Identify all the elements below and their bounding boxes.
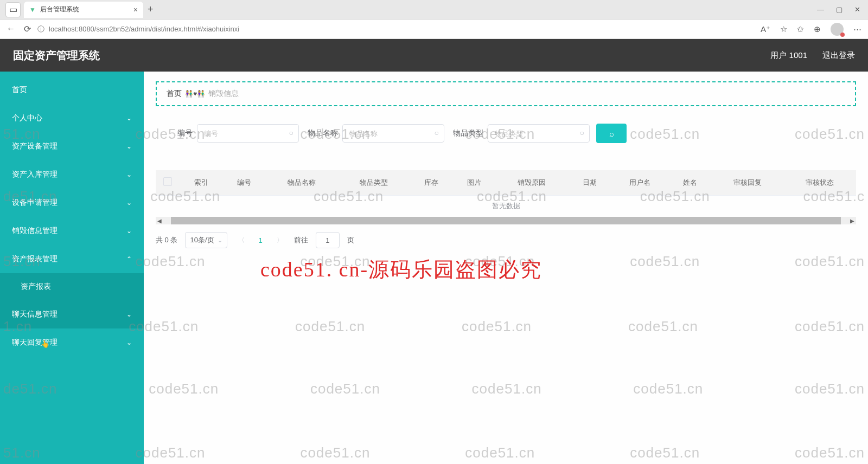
sidebar-item-chat-reply[interactable]: 聊天回复管理⌄	[0, 328, 144, 357]
breadcrumb-container: 首页 👫♥👫 销毁信息	[156, 81, 856, 106]
page-current[interactable]: 1	[256, 236, 266, 244]
sidebar-item-destroy-info[interactable]: 销毁信息管理⌄	[0, 217, 144, 245]
sidebar-subitem-asset-report[interactable]: 资产报表	[0, 273, 144, 300]
page-jump-prefix: 前往	[294, 235, 308, 245]
scroll-right-icon[interactable]: ▶	[848, 218, 856, 224]
table-column-header: 编号	[222, 170, 265, 195]
chevron-down-icon: ⌄	[126, 311, 132, 318]
chevron-down-icon: ⌄	[126, 171, 132, 178]
sidebar-item-asset-report[interactable]: 资产报表管理⌃	[0, 245, 144, 273]
page-size-select[interactable]: 10条/页 ⌄	[185, 232, 227, 248]
chevron-down-icon: ⌄	[126, 114, 132, 122]
favorites-icon[interactable]: ✩	[797, 24, 804, 34]
table-column-header: 销毁原因	[496, 170, 568, 195]
search-input-name[interactable]	[342, 124, 444, 143]
chevron-down-icon: ⌄	[126, 339, 132, 346]
url-text[interactable]: localhost:8080/ssm2bn52/admin/dist/index…	[49, 25, 239, 33]
main-content: 首页 👫♥👫 销毁信息 编号 ○ 物品名称 ○ 物品类型 ○	[144, 72, 868, 464]
tts-icon[interactable]: A⁺	[761, 24, 770, 34]
table-column-header: 物品类型	[337, 170, 410, 195]
chevron-down-icon: ⌄	[126, 199, 132, 207]
page-jump-suffix: 页	[347, 235, 354, 245]
close-tab-icon[interactable]: ×	[133, 5, 138, 14]
horizontal-scrollbar[interactable]: ◀ ▶	[156, 217, 856, 224]
breadcrumb-separator-icon: 👫♥👫	[185, 90, 205, 98]
cursor-pointer-icon: 👆	[41, 340, 49, 348]
profile-avatar[interactable]	[831, 23, 844, 36]
table-empty-row: 暂无数据	[156, 195, 856, 217]
sidebar-item-home[interactable]: 首页	[0, 76, 144, 104]
collections-icon[interactable]: ⊕	[814, 24, 821, 34]
table-column-header: 图片	[453, 170, 496, 195]
more-icon[interactable]: ⋯	[853, 24, 861, 34]
chevron-up-icon: ⌃	[126, 255, 132, 263]
site-info-icon[interactable]: ⓘ	[37, 24, 44, 34]
search-label-code: 编号	[160, 128, 193, 138]
page-next[interactable]: 〉	[273, 236, 286, 245]
close-window-icon[interactable]: ✕	[854, 5, 860, 14]
sidebar-item-chat-info[interactable]: 聊天信息管理⌄	[0, 300, 144, 328]
sidebar-item-asset-device[interactable]: 资产设备管理⌄	[0, 132, 144, 160]
table-column-header: 物品名称	[265, 170, 337, 195]
new-tab-button[interactable]: +	[148, 4, 154, 15]
chevron-down-icon: ⌄	[126, 227, 132, 235]
table-column-header: 用户名	[611, 170, 668, 195]
vue-favicon-icon: ▼	[29, 6, 36, 14]
user-label[interactable]: 用户 1001	[770, 50, 807, 61]
browser-tab[interactable]: ▼ 后台管理系统 ×	[24, 2, 143, 18]
search-label-name: 物品名称	[305, 128, 338, 138]
breadcrumb-home[interactable]: 首页	[167, 89, 182, 99]
maximize-icon[interactable]: ▢	[836, 5, 843, 14]
sidebar-item-device-apply[interactable]: 设备申请管理⌄	[0, 189, 144, 217]
app-header: 固定资产管理系统 用户 1001 退出登录	[0, 39, 868, 72]
search-label-type: 物品类型	[451, 128, 483, 138]
browser-tab-bar: ▭ ▼ 后台管理系统 × + — ▢ ✕	[0, 0, 868, 20]
search-icon: ⌕	[609, 129, 614, 138]
pagination-total: 共 0 条	[156, 235, 177, 245]
sidebar: 首页 个人中心⌄ 资产设备管理⌄ 资产入库管理⌄ 设备申请管理⌄ 销毁信息管理⌄…	[0, 72, 144, 464]
table-column-header: 库存	[410, 170, 453, 195]
pagination: 共 0 条 10条/页 ⌄ 〈 1 〉 前往 页	[156, 232, 856, 248]
search-input-type[interactable]	[488, 124, 590, 143]
sidebar-item-asset-in[interactable]: 资产入库管理⌄	[0, 160, 144, 189]
search-button[interactable]: ⌕	[596, 124, 627, 143]
search-suffix-icon[interactable]: ○	[289, 128, 293, 137]
minimize-icon[interactable]: —	[817, 5, 824, 14]
breadcrumb-current: 销毁信息	[208, 89, 239, 99]
table-column-header: 索引	[180, 170, 222, 195]
data-table: 索引编号物品名称物品类型库存图片销毁原因日期用户名姓名审核回复审核状态 暂无数据	[156, 170, 856, 217]
chevron-down-icon: ⌄	[126, 143, 132, 150]
table-column-header: 日期	[568, 170, 611, 195]
sidebar-item-personal[interactable]: 个人中心⌄	[0, 104, 144, 132]
scroll-left-icon[interactable]: ◀	[156, 218, 163, 224]
search-suffix-icon[interactable]: ○	[580, 128, 584, 137]
browser-url-bar: ← ⟳ ⓘ localhost:8080/ssm2bn52/admin/dist…	[0, 20, 868, 39]
search-suffix-icon[interactable]: ○	[435, 128, 439, 137]
breadcrumb: 首页 👫♥👫 销毁信息	[167, 89, 845, 99]
table-column-header: 姓名	[668, 170, 711, 195]
tab-title: 后台管理系统	[40, 5, 79, 14]
window-controls: — ▢ ✕	[817, 5, 868, 14]
table-column-header: 审核回复	[711, 170, 783, 195]
page-prev[interactable]: 〈	[235, 236, 248, 245]
back-icon[interactable]: ←	[7, 24, 15, 34]
tab-layout-icon[interactable]: ▭	[5, 2, 21, 17]
table-column-header: 审核状态	[784, 170, 856, 195]
app-title: 固定资产管理系统	[13, 48, 100, 63]
page-jump-input[interactable]	[316, 232, 340, 248]
logout-button[interactable]: 退出登录	[822, 50, 855, 61]
search-form: 编号 ○ 物品名称 ○ 物品类型 ○ ⌕	[156, 116, 856, 156]
select-all-checkbox[interactable]	[163, 177, 172, 186]
chevron-down-icon: ⌄	[218, 237, 222, 244]
reading-icon[interactable]: ☆	[780, 24, 787, 34]
refresh-icon[interactable]: ⟳	[24, 24, 31, 34]
search-input-code[interactable]	[197, 124, 299, 143]
